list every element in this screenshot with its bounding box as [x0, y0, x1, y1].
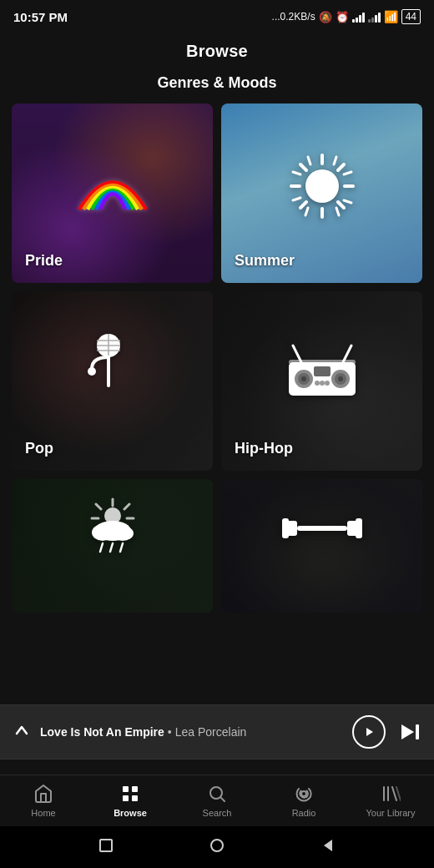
browse-icon	[120, 784, 140, 804]
svg-point-64	[301, 791, 306, 796]
search-label: Search	[203, 808, 232, 818]
signal-bars-2	[368, 11, 381, 23]
header: Browse	[0, 33, 434, 74]
alarm-icon: ⏰	[336, 11, 349, 23]
svg-rect-61	[132, 795, 138, 801]
svg-point-27	[301, 376, 306, 381]
svg-line-13	[334, 157, 336, 164]
workout-dumbbell-icon	[280, 507, 364, 549]
svg-rect-54	[356, 518, 362, 538]
pop-label: Pop	[25, 440, 53, 457]
svg-line-49	[120, 543, 123, 552]
browse-label: Browse	[114, 808, 147, 818]
genre-card-summer[interactable]: Summer	[221, 103, 422, 283]
android-back-button[interactable]	[320, 837, 336, 857]
svg-line-41	[96, 504, 101, 509]
library-icon	[381, 784, 401, 804]
signal-bars	[352, 11, 365, 23]
svg-line-47	[100, 543, 103, 552]
svg-line-7	[338, 164, 344, 170]
section-title: Genres & Moods	[0, 74, 434, 92]
svg-rect-52	[282, 518, 289, 538]
nav-item-home[interactable]: Home	[14, 784, 73, 818]
svg-rect-31	[314, 366, 331, 376]
genre-card-pride[interactable]: Pride	[12, 103, 213, 283]
home-label: Home	[31, 808, 55, 818]
radio-label: Radio	[292, 808, 316, 818]
svg-rect-57	[416, 724, 419, 739]
now-playing-bar[interactable]: Love Is Not An Empire•Lea Porcelain	[0, 704, 434, 760]
svg-point-23	[88, 367, 96, 376]
svg-rect-58	[123, 786, 129, 792]
svg-marker-69	[324, 840, 332, 851]
bottom-nav: Home Browse Search Radio	[0, 775, 434, 826]
track-separator: •	[168, 725, 172, 739]
status-right: ...0.2KB/s 🔕 ⏰ 📶 44	[272, 9, 421, 24]
battery-indicator: 44	[401, 9, 421, 24]
svg-line-10	[336, 208, 339, 215]
android-square-button[interactable]	[98, 837, 114, 857]
svg-line-11	[293, 172, 300, 174]
pride-label: Pride	[25, 252, 63, 270]
track-info: Love Is Not An Empire•Lea Porcelain	[40, 724, 342, 739]
svg-line-48	[110, 543, 113, 552]
svg-marker-56	[401, 724, 414, 739]
genre-card-workout[interactable]	[221, 479, 422, 613]
nav-item-browse[interactable]: Browse	[101, 784, 159, 818]
svg-line-6	[338, 202, 344, 208]
genre-card-weather[interactable]	[12, 479, 213, 613]
svg-point-33	[320, 381, 325, 386]
svg-point-45	[92, 524, 114, 541]
status-bar: 10:57 PM ...0.2KB/s 🔕 ⏰ 📶 44	[0, 0, 434, 33]
nav-item-library[interactable]: Your Library	[361, 784, 420, 818]
summer-label: Summer	[235, 252, 295, 270]
library-label: Your Library	[366, 808, 416, 818]
genres-section: Genres & Moods	[0, 74, 434, 613]
svg-line-5	[300, 164, 306, 170]
status-time: 10:57 PM	[13, 10, 68, 24]
svg-rect-60	[123, 795, 129, 801]
mute-icon: 🔕	[319, 11, 332, 23]
hiphop-boombox-icon	[280, 341, 364, 408]
track-title: Love Is Not An Empire	[40, 725, 164, 739]
nav-item-radio[interactable]: Radio	[275, 784, 333, 818]
svg-rect-37	[289, 360, 356, 365]
svg-line-9	[308, 157, 310, 164]
svg-line-63	[221, 798, 225, 801]
pop-microphone-icon	[79, 327, 138, 402]
summer-sun-icon	[285, 149, 360, 224]
android-home-button[interactable]	[209, 837, 225, 857]
svg-rect-59	[132, 786, 138, 792]
genres-grid: Pride	[0, 103, 434, 613]
track-artist: Lea Porcelain	[175, 725, 247, 739]
svg-point-30	[338, 376, 343, 381]
wifi-icon: 📶	[384, 10, 398, 23]
page-title: Browse	[0, 42, 434, 61]
genre-card-hiphop[interactable]: Hip-Hop	[221, 291, 422, 471]
svg-line-12	[344, 200, 351, 203]
svg-line-14	[305, 208, 308, 215]
svg-line-39	[124, 504, 129, 509]
svg-point-62	[210, 787, 222, 799]
svg-point-34	[325, 381, 330, 386]
svg-rect-50	[297, 526, 347, 531]
play-pause-button[interactable]	[352, 715, 386, 749]
playback-controls	[352, 715, 421, 749]
svg-line-8	[300, 202, 306, 208]
home-icon	[33, 784, 53, 804]
android-nav-bar	[0, 826, 434, 868]
network-speed: ...0.2KB/s	[272, 11, 315, 23]
svg-line-16	[293, 198, 300, 200]
hiphop-label: Hip-Hop	[235, 440, 293, 457]
genre-card-pop[interactable]: Pop	[12, 291, 213, 471]
expand-player-button[interactable]	[13, 722, 30, 743]
svg-rect-67	[100, 840, 112, 851]
nav-item-search[interactable]: Search	[188, 784, 246, 818]
svg-point-46	[112, 526, 134, 541]
svg-line-15	[344, 172, 351, 174]
svg-point-0	[305, 169, 339, 203]
skip-next-button[interactable]	[399, 722, 421, 742]
weather-cloud-icon	[75, 497, 150, 556]
search-icon	[207, 784, 227, 804]
radio-icon	[294, 784, 314, 804]
